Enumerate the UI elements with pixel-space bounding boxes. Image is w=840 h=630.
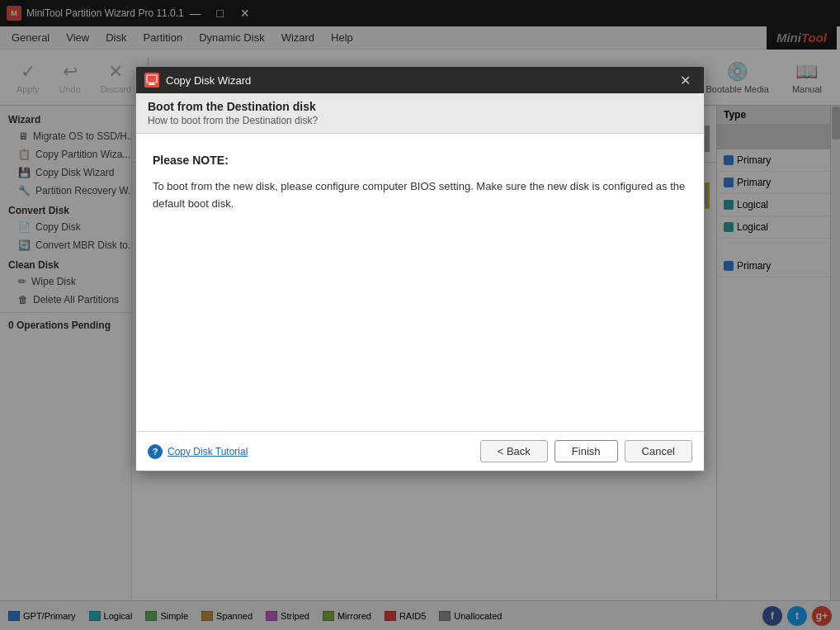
cancel-button[interactable]: Cancel	[625, 440, 692, 462]
modal-content: Please NOTE: To boot from the new disk, …	[136, 134, 704, 431]
modal-help-subtitle: How to boot from the Destination disk?	[148, 115, 692, 126]
svg-rect-2	[149, 84, 155, 85]
modal-overlay: Copy Disk Wizard ✕ Boot from the Destina…	[0, 0, 840, 630]
modal-footer-buttons: < Back Finish Cancel	[480, 440, 692, 462]
modal-help-title: Boot from the Destination disk	[148, 100, 692, 113]
modal-title-text: Copy Disk Wizard	[166, 74, 675, 87]
svg-rect-0	[147, 75, 157, 83]
modal-help-bar: Boot from the Destination disk How to bo…	[136, 93, 704, 134]
modal-app-icon	[144, 73, 159, 88]
modal-icon-svg	[146, 74, 158, 86]
modal-note-body: To boot from the new disk, please config…	[153, 178, 687, 213]
copy-disk-wizard-modal: Copy Disk Wizard ✕ Boot from the Destina…	[135, 66, 705, 471]
help-circle-icon: ?	[148, 444, 163, 459]
modal-close-button[interactable]: ✕	[675, 71, 696, 90]
copy-disk-tutorial-link[interactable]: ? Copy Disk Tutorial	[148, 444, 248, 459]
modal-footer: ? Copy Disk Tutorial < Back Finish Cance…	[136, 431, 704, 471]
modal-titlebar: Copy Disk Wizard ✕	[136, 67, 704, 93]
modal-note-title: Please NOTE:	[153, 154, 687, 167]
back-button[interactable]: < Back	[480, 440, 548, 462]
finish-button[interactable]: Finish	[554, 440, 618, 462]
